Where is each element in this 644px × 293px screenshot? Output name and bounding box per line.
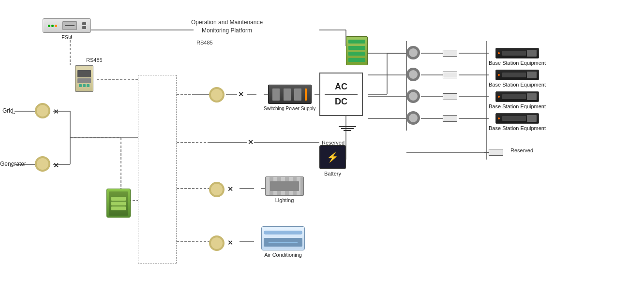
ct-ring-lighting xyxy=(209,182,225,197)
bs-led-2 xyxy=(498,74,500,76)
ac-cond-ct xyxy=(209,235,225,251)
fsu-component: FSU xyxy=(43,18,91,40)
meter-box xyxy=(75,65,93,92)
generator-breaker: ✕ xyxy=(53,161,59,170)
rs485-text-1: RS485 xyxy=(86,57,103,63)
ground-lines xyxy=(339,126,356,132)
generator-x-marker: ✕ xyxy=(53,161,59,169)
base-station-label-3: Base Station Equipment xyxy=(489,103,546,109)
base-station-box-4 xyxy=(495,113,539,124)
battery-label: Battery xyxy=(324,171,341,176)
base-station-label-4: Base Station Equipment xyxy=(489,125,546,131)
clamp-1 xyxy=(406,46,420,59)
psu-component: Switching Power Supply xyxy=(264,85,315,112)
rs485-text-2: RS485 xyxy=(196,40,213,45)
green-terminal xyxy=(346,36,368,65)
base-station-1: Base Station Equipment xyxy=(489,48,546,66)
lighting-component: Lighting xyxy=(265,176,304,203)
fsu-label: FSU xyxy=(61,34,72,40)
fsu-device xyxy=(43,18,91,33)
connector-4 xyxy=(443,115,457,122)
lighting-ct xyxy=(209,182,225,197)
grid-arrow: → xyxy=(11,110,16,117)
connector-rect-1 xyxy=(443,50,457,57)
clamp-ring-2 xyxy=(406,68,420,81)
lighting-panel xyxy=(265,176,304,196)
monitoring-platform-label: Operation and Maintenance Monitoring Pla… xyxy=(191,18,263,35)
lighting-x-marker: ✕ xyxy=(227,185,233,193)
base-station-box-2 xyxy=(495,70,539,80)
connector-rect-4 xyxy=(443,115,457,122)
base-station-4: Base Station Equipment xyxy=(489,113,546,131)
connector-3 xyxy=(443,93,457,100)
battery-box: ⚡ xyxy=(319,145,346,169)
bs-led-4 xyxy=(498,117,500,119)
acdc-component: AC DC xyxy=(319,73,363,116)
clamp-ring-4 xyxy=(406,111,420,125)
ac-text: AC xyxy=(335,82,347,92)
rs485-label-1: RS485 xyxy=(86,57,103,63)
clamp-ring-3 xyxy=(406,89,420,103)
ac-cond-component: Air Conditioning xyxy=(261,226,305,258)
connector-1 xyxy=(443,50,457,57)
rs485-label-2: RS485 xyxy=(196,40,213,45)
monitoring-platform-text: Operation and Maintenance Monitoring Pla… xyxy=(191,18,263,35)
ac-input-breaker: ✕ xyxy=(238,90,244,99)
connector-rect-2 xyxy=(443,72,457,78)
green-controller xyxy=(106,189,131,218)
grid-breaker: ✕ xyxy=(53,107,59,116)
base-station-label-1: Base Station Equipment xyxy=(489,60,546,66)
ac-cond-x-marker: ✕ xyxy=(227,239,233,247)
ac-input-ct xyxy=(209,87,225,103)
dc-text: DC xyxy=(335,97,347,107)
generator-ct xyxy=(35,156,50,172)
base-station-box-1 xyxy=(495,48,539,59)
reserved-label-right: Reserved xyxy=(510,147,533,153)
grid-x-marker: ✕ xyxy=(53,108,59,116)
reserved-breaker: ✕ xyxy=(248,138,254,146)
base-station-3: Base Station Equipment xyxy=(489,91,546,109)
base-station-label-2: Base Station Equipment xyxy=(489,82,546,88)
clamp-2 xyxy=(406,68,420,81)
clamp-ring-1 xyxy=(406,46,420,59)
reserved-text-2: Reserved xyxy=(510,147,533,153)
connector-rect-reserved xyxy=(489,149,503,156)
battery-component: ⚡ Battery xyxy=(319,145,346,176)
ct-ring-ac-cond xyxy=(209,235,225,251)
ac-cond-label: Air Conditioning xyxy=(264,252,302,258)
connector-rect-3 xyxy=(443,93,457,100)
generator-arrow: → xyxy=(9,163,15,170)
lighting-breaker: ✕ xyxy=(227,185,233,193)
ac-x-marker: ✕ xyxy=(238,90,244,98)
terminal-box xyxy=(346,36,368,65)
grid-ct xyxy=(35,103,50,118)
diagram-container: Reserved Operation and Maintenance Monit… xyxy=(0,0,644,293)
acdc-box: AC DC xyxy=(319,73,363,116)
reserved-x-marker: ✕ xyxy=(248,138,254,146)
clamp-3 xyxy=(406,89,420,103)
ground-symbol xyxy=(339,126,356,132)
connector-reserved xyxy=(489,149,503,156)
bs-led-3 xyxy=(498,96,500,98)
ct-ring-ac xyxy=(209,87,225,103)
ct-ring-generator xyxy=(35,156,50,172)
distribution-panel-box xyxy=(138,75,177,264)
connector-2 xyxy=(443,72,457,78)
psu-box xyxy=(268,85,312,104)
lighting-label: Lighting xyxy=(275,197,294,203)
ac-unit-box xyxy=(261,226,305,250)
ac-cond-breaker: ✕ xyxy=(227,238,233,247)
clamp-4 xyxy=(406,111,420,125)
bs-led-1 xyxy=(498,52,500,54)
base-station-box-3 xyxy=(495,91,539,102)
psu-label: Switching Power Supply xyxy=(264,105,315,112)
power-meter xyxy=(75,65,93,92)
base-station-2: Base Station Equipment xyxy=(489,70,546,88)
plc-box xyxy=(106,189,131,218)
ct-ring-grid xyxy=(35,103,50,118)
